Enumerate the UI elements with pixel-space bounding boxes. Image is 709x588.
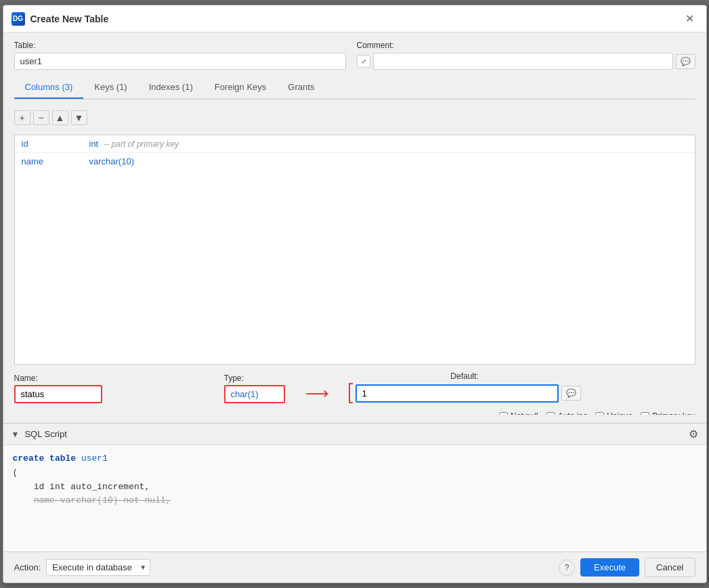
table-row[interactable]: name varchar(10) [15,153,695,170]
arrow-area: ⟶ [285,372,349,403]
default-comment-button[interactable]: 💬 [561,386,581,401]
title-bar-left: DG Create New Table [12,12,109,26]
primary-key-label: Primary key [652,411,695,415]
not-null-checkbox-label[interactable]: Not null [499,411,538,415]
col-name-id: id [22,139,89,149]
table-row[interactable]: id int -- part of primary key [15,135,695,153]
column-default-input[interactable] [356,384,559,403]
sql-settings-button[interactable]: ⚙ [689,428,698,440]
comment-input-row: ⤢ 💬 [357,53,695,70]
checkboxes-row: Not null Auto inc Unique Primary key [14,407,695,415]
comment-icon-button[interactable]: 💬 [676,54,695,69]
sql-collapse-icon[interactable]: ▼ [12,430,20,439]
action-label: Action: [14,562,41,572]
not-null-checkbox[interactable] [499,412,508,415]
form-row-top: Table: Comment: ⤢ 💬 [14,41,695,70]
expand-button[interactable]: ⤢ [357,55,370,68]
name-field-label: Name: [14,374,102,383]
main-content: Table: Comment: ⤢ 💬 Columns (3) Keys (1)… [3,32,706,423]
columns-toolbar: + − ▲ ▼ [14,106,695,128]
auto-inc-checkbox-label[interactable]: Auto inc [546,411,587,415]
action-row: Action: Execute in database Save to file… [14,559,151,576]
tab-keys[interactable]: Keys (1) [83,76,137,99]
sql-section: ▼ SQL Script ⚙ create table user1 ( id i… [3,423,706,551]
move-down-button[interactable]: ▼ [71,110,87,125]
comment-label: Comment: [357,41,695,50]
default-field-group: Default: 💬 [349,371,581,403]
col-type-id: int [89,139,99,149]
comment-input[interactable] [373,53,673,70]
default-border-decoration [349,383,353,403]
col-type-name: varchar(10) [89,156,134,166]
primary-key-checkbox[interactable] [641,412,649,415]
footer: Action: Execute in database Save to file… [3,551,706,583]
type-field-label: Type: [224,374,285,383]
sql-line-3: id int auto_increment, [13,480,697,495]
move-up-button[interactable]: ▲ [52,110,68,125]
tab-indexes[interactable]: Indexes (1) [138,76,204,99]
not-null-label: Not null [511,411,538,415]
sql-header: ▼ SQL Script ⚙ [3,424,706,445]
cancel-button[interactable]: Cancel [645,558,695,577]
sql-content: create table user1 ( id int auto_increme… [3,445,706,551]
unique-checkbox[interactable] [595,412,604,415]
add-column-button[interactable]: + [14,110,30,125]
tabs-bar: Columns (3) Keys (1) Indexes (1) Foreign… [14,76,695,99]
columns-container: id int -- part of primary key name varch… [14,135,695,415]
table-name-input[interactable] [14,53,346,70]
unique-checkbox-label[interactable]: Unique [595,411,632,415]
create-table-dialog: DG Create New Table ✕ Table: Comment: ⤢ … [3,5,707,583]
tab-grants[interactable]: Grants [277,76,325,99]
edit-column-row: Name: Type: ⟶ Default: [14,365,695,407]
title-bar: DG Create New Table ✕ [3,5,706,32]
column-name-input[interactable] [14,385,102,403]
name-field-group: Name: [14,374,102,403]
auto-inc-label: Auto inc [558,411,587,415]
action-select-wrapper: Execute in database Save to file Copy to… [46,559,150,576]
footer-right: ? Execute Cancel [559,558,695,577]
tab-columns[interactable]: Columns (3) [14,76,84,99]
sql-section-title: SQL Script [24,429,66,439]
comment-group: Comment: ⤢ 💬 [357,41,695,70]
action-select[interactable]: Execute in database Save to file Copy to… [46,559,150,576]
app-icon: DG [12,12,25,26]
primary-key-checkbox-label[interactable]: Primary key [641,411,695,415]
help-button[interactable]: ? [559,560,575,576]
sql-line-4: name varchar(10) not null, [13,494,697,508]
sql-line-2: ( [13,466,697,480]
table-label: Table: [14,41,346,50]
dialog-title: Create New Table [30,14,109,24]
column-type-input[interactable] [224,385,285,403]
tab-foreign-keys[interactable]: Foreign Keys [204,76,278,99]
table-name-group: Table: [14,41,346,70]
col-name-name: name [22,156,89,166]
auto-inc-checkbox[interactable] [546,412,555,415]
right-arrow-icon: ⟶ [305,384,328,403]
columns-list: id int -- part of primary key name varch… [14,135,695,365]
type-field-group: Type: [224,374,285,403]
default-field-label: Default: [349,371,581,381]
execute-button[interactable]: Execute [580,558,639,576]
close-button[interactable]: ✕ [681,11,698,26]
col-comment-id: -- part of primary key [104,139,179,149]
sql-line-1: create table user1 [13,452,697,466]
remove-column-button[interactable]: − [33,110,49,125]
unique-label: Unique [607,411,632,415]
default-input-row: 💬 [349,383,581,403]
